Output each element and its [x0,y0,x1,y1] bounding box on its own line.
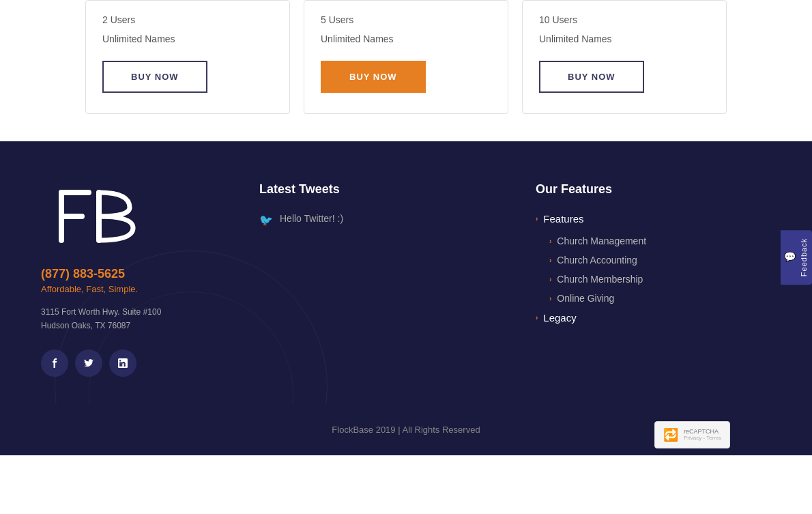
chevron-icon-mgmt: › [549,238,551,245]
features-top-link[interactable]: › Features [536,213,771,225]
recaptcha-area: 🔁 reCAPTCHA Privacy - Terms [654,421,730,448]
footer-logo-column: (877) 883-5625 Affordable, Fast, Simple.… [41,182,218,377]
pricing-section: 2 Users Unlimited Names BUY NOW 5 Users … [0,0,812,141]
facebook-icon[interactable] [41,349,68,377]
pricing-card-3: 10 Users Unlimited Names BUY NOW [522,0,727,114]
address-line1: 3115 Fort Worth Hwy. Suite #100 [41,307,161,317]
church-membership-link[interactable]: › Church Membership [549,274,771,285]
recaptcha-label: reCAPTCHA [684,428,721,435]
legacy-link[interactable]: › Legacy [536,312,771,324]
footer-phone: (877) 883-5625 [41,267,218,281]
church-accounting-label: Church Accounting [557,255,637,266]
users-label-2: 5 Users [321,14,491,25]
chevron-icon-accounting: › [549,257,551,264]
svg-rect-0 [41,182,150,251]
tweets-title: Latest Tweets [259,182,495,197]
tweet-text: Hello Twitter! :) [280,213,343,224]
church-management-label: Church Management [557,235,646,246]
buy-button-1[interactable]: BUY NOW [102,61,207,93]
footer-inner: (877) 883-5625 Affordable, Fast, Simple.… [41,182,771,377]
footer-bottom: FlockBase 2019 | All Rights Reserved 🔁 r… [41,404,771,455]
buy-button-2[interactable]: BUY NOW [321,61,426,93]
names-label-2: Unlimited Names [321,33,491,44]
recaptcha-icon: 🔁 [663,427,678,442]
features-label: Features [543,213,583,225]
legacy-label: Legacy [543,312,576,324]
tweet-item: 🐦 Hello Twitter! :) [259,213,495,227]
pricing-card-2: 5 Users Unlimited Names BUY NOW [304,0,508,114]
logo[interactable] [41,182,150,251]
users-label-1: 2 Users [102,14,273,25]
online-giving-link[interactable]: › Online Giving [549,293,771,304]
footer-features-column: Our Features › Features › Church Managem… [536,182,771,377]
twitter-bird-icon: 🐦 [259,214,273,227]
chevron-icon-membership: › [549,276,551,283]
church-membership-label: Church Membership [557,274,643,285]
linkedin-icon[interactable] [109,349,136,377]
buy-button-3[interactable]: BUY NOW [539,61,644,93]
chevron-icon-legacy: › [536,314,538,322]
footer-tweets-column: Latest Tweets 🐦 Hello Twitter! :) [259,182,495,377]
twitter-icon[interactable] [75,349,102,377]
sub-features-list: › Church Management › Church Accounting … [549,235,771,304]
social-icons [41,349,218,377]
features-title: Our Features [536,182,771,197]
recaptcha-box: 🔁 reCAPTCHA Privacy - Terms [654,421,730,448]
online-giving-label: Online Giving [557,293,614,304]
recaptcha-privacy: Privacy - Terms [684,435,721,441]
copyright-text: FlockBase 2019 | All Rights Reserved [332,425,480,435]
pricing-card-1: 2 Users Unlimited Names BUY NOW [85,0,290,114]
address-line2: Hudson Oaks, TX 76087 [41,321,130,330]
chevron-icon-features: › [536,215,538,223]
feedback-tab-wrapper[interactable]: 💬 Feedback [781,229,812,284]
footer-address: 3115 Fort Worth Hwy. Suite #100 Hudson O… [41,305,218,333]
names-label-1: Unlimited Names [102,33,273,44]
chevron-icon-giving: › [549,295,551,302]
footer: (877) 883-5625 Affordable, Fast, Simple.… [0,141,812,455]
feedback-label: Feedback [800,238,808,276]
feedback-tab[interactable]: 💬 Feedback [781,229,812,284]
feedback-icon: 💬 [785,251,796,263]
names-label-3: Unlimited Names [539,33,710,44]
footer-tagline: Affordable, Fast, Simple. [41,284,218,294]
church-accounting-link[interactable]: › Church Accounting [549,255,771,266]
church-management-link[interactable]: › Church Management [549,235,771,246]
users-label-3: 10 Users [539,14,710,25]
